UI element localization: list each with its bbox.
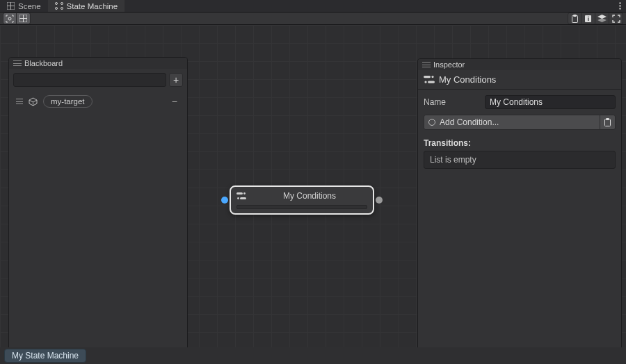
inspector-heading-text: My Conditions (439, 74, 496, 85)
conditions-icon (236, 192, 246, 200)
svg-point-7 (8, 17, 11, 20)
add-condition-button[interactable]: Add Condition... (424, 115, 616, 130)
info-button[interactable] (581, 13, 595, 24)
remove-variable-button[interactable]: − (169, 96, 180, 107)
svg-point-2 (55, 8, 57, 10)
name-input[interactable] (485, 95, 616, 109)
variable-chip[interactable]: my-target (43, 95, 93, 108)
inspector-heading: My Conditions (418, 70, 621, 89)
state-node[interactable]: My Conditions (230, 185, 374, 215)
svg-point-23 (424, 81, 426, 83)
input-port[interactable] (221, 197, 228, 204)
frame-selection-button[interactable] (3, 13, 17, 24)
name-field-row: Name (418, 92, 621, 112)
blackboard-item[interactable]: my-target − (9, 91, 187, 112)
toggle-grid-button[interactable] (17, 13, 31, 24)
node-title: My Conditions (252, 191, 367, 201)
panel-title: Inspector (433, 60, 465, 69)
tab-scene[interactable]: Scene (0, 0, 48, 12)
tab-label: Scene (18, 2, 41, 10)
node-body (236, 205, 367, 209)
svg-point-4 (619, 2, 620, 3)
cube-icon (29, 97, 38, 106)
svg-point-5 (619, 5, 620, 6)
breadcrumb-text: My State Machine (12, 351, 79, 361)
toolbar-right-group (568, 13, 623, 24)
svg-rect-11 (588, 18, 588, 21)
add-condition-label: Add Condition... (440, 117, 600, 127)
tab-bar: Scene State Machine (0, 0, 626, 13)
tab-label: State Machine (67, 2, 118, 10)
drag-handle-icon[interactable] (16, 99, 23, 104)
panel-title: Blackboard (24, 59, 63, 67)
blackboard-panel: Blackboard + my-target − (8, 57, 188, 360)
name-label: Name (424, 97, 479, 107)
paste-condition-button[interactable] (600, 115, 615, 129)
svg-point-0 (55, 3, 57, 5)
toolbar-left-group (3, 13, 31, 24)
drag-handle-icon (13, 60, 22, 66)
svg-rect-9 (573, 15, 576, 16)
svg-point-16 (243, 192, 246, 195)
tab-state-machine[interactable]: State Machine (48, 0, 125, 12)
svg-rect-25 (607, 119, 609, 120)
svg-rect-22 (428, 81, 435, 83)
svg-point-1 (61, 3, 63, 5)
record-icon (428, 119, 435, 126)
node-header: My Conditions (231, 187, 373, 205)
drag-handle-icon (422, 62, 431, 67)
graph-canvas[interactable]: My Conditions Blackboard + my-target − I… (0, 25, 626, 347)
toolbar (0, 13, 626, 25)
add-variable-button[interactable]: + (169, 73, 183, 87)
inspector-panel: Inspector My Conditions Name Add Conditi… (417, 58, 622, 361)
svg-rect-17 (240, 197, 246, 199)
layers-button[interactable] (595, 13, 609, 24)
svg-point-21 (431, 76, 433, 78)
blackboard-title-bar[interactable]: Blackboard (9, 58, 187, 69)
breadcrumb-bar: My State Machine (0, 347, 626, 364)
nodes-icon (55, 2, 63, 10)
clipboard-button[interactable] (568, 13, 581, 24)
conditions-icon (424, 75, 435, 84)
svg-point-18 (237, 197, 239, 199)
svg-point-6 (619, 8, 620, 9)
grid-icon (7, 2, 15, 10)
svg-rect-15 (236, 192, 243, 195)
kebab-menu[interactable] (613, 0, 626, 12)
svg-rect-20 (424, 76, 431, 78)
svg-point-3 (61, 8, 63, 10)
transitions-label: Transitions: (418, 133, 621, 151)
output-port[interactable] (376, 197, 383, 204)
empty-list-text: List is empty (430, 155, 476, 165)
blackboard-search[interactable] (13, 73, 166, 87)
svg-rect-12 (588, 16, 588, 17)
fullscreen-button[interactable] (609, 13, 623, 24)
transitions-list[interactable]: List is empty (424, 151, 616, 169)
svg-marker-14 (597, 18, 607, 22)
inspector-title-bar[interactable]: Inspector (418, 59, 621, 70)
breadcrumb-chip[interactable]: My State Machine (4, 349, 86, 363)
